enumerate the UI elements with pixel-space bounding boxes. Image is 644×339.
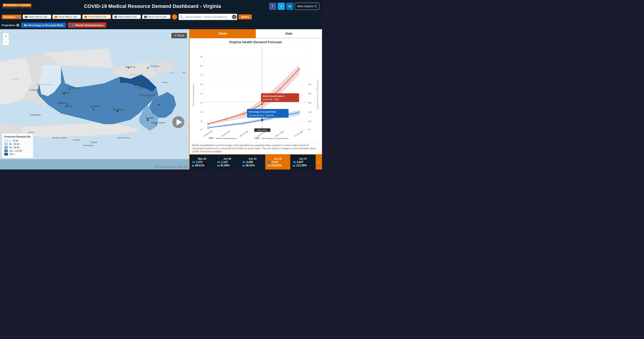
chart-svg: 1k 2k 3k 4k 5k 6k 7k 8k 9k 50 100 150 20… <box>192 45 319 142</box>
legend-color-3 <box>4 150 8 152</box>
legend-color-2 <box>4 146 8 149</box>
svg-point-6 <box>69 89 70 90</box>
zoom-out-button[interactable]: − <box>3 39 9 46</box>
beds-icon-4: 🛏 <box>293 164 295 167</box>
main-content: Columbus Charleston Harrisonburg Staunto… <box>0 29 322 170</box>
stats-next-button[interactable]: › <box>316 155 322 170</box>
reset-button[interactable]: ↺ Reset <box>171 33 187 38</box>
map-area: Columbus Charleston Harrisonburg Staunto… <box>0 29 189 170</box>
twitter-button[interactable]: t <box>278 3 285 10</box>
data-tab[interactable]: Data <box>256 29 322 38</box>
search-icon: 🔍 <box>179 15 184 18</box>
more-options-button[interactable]: More Options ☰ <box>295 3 319 10</box>
stat-rows-0: 👥 1,572 🛏 88.61% <box>192 160 212 167</box>
beds-icon-3: 🛏 <box>268 164 270 167</box>
header: 🏛 UNIVERSITY of VIRGINIA BIOCOMPLEXITY I… <box>0 0 322 12</box>
zoom-in-button[interactable]: + <box>3 33 9 39</box>
facebook-button[interactable]: f <box>269 3 276 10</box>
svg-text:4k: 4k <box>200 101 203 104</box>
beds-icon-0: 🛏 <box>192 164 194 167</box>
hosp-icon-1: 👥 <box>217 160 220 164</box>
chart-svg-wrapper: 1k 2k 3k 4k 5k 6k 7k 8k 9k 50 100 150 20… <box>192 45 319 142</box>
scenario-icon-1 <box>54 16 57 18</box>
svg-rect-84 <box>280 88 281 90</box>
beds-icon-1: 🛏 <box>217 164 220 167</box>
logo-subtitle: BIOCOMPLEXITY INSTITUTE <box>3 7 32 9</box>
svg-text:Weekly Hospitalizations:: Weekly Hospitalizations: <box>263 95 285 98</box>
stat-card-3[interactable]: Jun 20 👥 4,323 🛏 103.63% <box>265 155 290 170</box>
stat-date-2: Jun 13 <box>248 157 256 160</box>
svg-point-87 <box>208 127 209 129</box>
map-legend: Projected Demand (%) 1 - 79.99 80 - 89.9… <box>2 133 33 158</box>
svg-rect-80 <box>208 123 209 125</box>
uva-logo: 🏛 UNIVERSITY of VIRGINIA <box>3 4 31 7</box>
hosp-projection-button[interactable]: 👥 Weekly Hospitalizations <box>68 22 106 28</box>
chart-title: Virginia Health Demand Forecast <box>192 40 319 44</box>
svg-text:Dover: Dover <box>162 81 168 84</box>
chart-tab[interactable]: Chart <box>190 29 256 38</box>
hosp-icon-0: 👥 <box>192 160 195 164</box>
svg-text:3k: 3k <box>200 110 203 113</box>
svg-rect-81 <box>226 118 227 120</box>
esri-credit: Esri, HERE, NPS | Esri, HERE, NPS <box>155 166 188 168</box>
query-button[interactable]: Query <box>238 14 252 19</box>
svg-text:Rocky Mount: Rocky Mount <box>117 136 130 139</box>
svg-point-8 <box>134 85 136 86</box>
stat-card-2[interactable]: Jun 13 👥 3,095 🛏 96.52% <box>240 155 265 170</box>
svg-text:103.63% [84.73% - 138.69%]: 103.63% [84.73% - 138.69%] <box>249 114 274 117</box>
svg-text:OHIO: OHIO <box>12 78 18 80</box>
legend-color-1 <box>4 143 8 146</box>
svg-text:Blacksburg: Blacksburg <box>58 102 67 104</box>
hosp-icon-3: 👥 <box>268 160 271 164</box>
search-input[interactable] <box>184 15 232 19</box>
scenarios-label: Scenarios i <box>2 15 22 19</box>
scenarios-info-icon[interactable]: i <box>16 15 20 18</box>
svg-text:Baltimore: Baltimore <box>134 82 144 85</box>
svg-text:Harrisburg: Harrisburg <box>125 66 135 68</box>
search-box: 🔍 ✕ <box>178 14 237 20</box>
svg-text:MARYLAND: MARYLAND <box>130 74 143 76</box>
svg-text:07-04-2020: 07-04-2020 <box>294 130 304 138</box>
svg-text:Harrisonburg: Harrisonburg <box>67 86 80 89</box>
beds-projection-button[interactable]: 🛏 Percentage of Occupied Beds <box>21 22 66 28</box>
stat-card-0[interactable]: May 30 👥 1,572 🛏 88.61% <box>190 155 215 170</box>
scenario-tab-0[interactable]: Pause-May15-Ligh... <box>23 15 51 19</box>
scenario-icon-0 <box>25 16 28 18</box>
svg-text:Weekly Hospitalizations: Weekly Hospitalizations <box>216 137 237 140</box>
projections-toolbar: Projections i 🛏 Percentage of Occupied B… <box>0 21 322 29</box>
linkedin-button[interactable]: in <box>286 3 294 10</box>
svg-point-92 <box>298 112 300 114</box>
svg-text:8k: 8k <box>200 64 203 67</box>
svg-text:Charleston: Charleston <box>29 114 41 116</box>
stat-hosp-row-0: 👥 1,572 <box>192 160 212 164</box>
svg-text:Greensboro: Greensboro <box>83 144 94 146</box>
scenario-tab-2[interactable]: Pause-May15-Stro... <box>82 14 111 19</box>
panel-tabs: Chart Data <box>190 29 322 38</box>
chart-note: Weekly Hospitalizations and Percentage o… <box>190 143 322 154</box>
menu-icon: ☰ <box>314 5 317 8</box>
scenarios-next-button[interactable]: › <box>172 14 177 20</box>
stat-card-1[interactable]: Jun 06 👥 2,147 🛏 91.89% <box>215 155 240 170</box>
svg-text:Durham: Durham <box>73 139 80 141</box>
svg-text:300: 300 <box>308 83 312 86</box>
right-panel: Chart Data Virginia Health Demand Foreca… <box>189 29 322 170</box>
svg-text:Lynchburg: Lynchburg <box>90 105 100 107</box>
svg-text:Roanoke: Roanoke <box>64 105 73 107</box>
scenario-tab-4[interactable]: Pause-Jun10-Light... <box>142 15 170 19</box>
projections-info-icon[interactable]: i <box>16 24 19 27</box>
svg-point-89 <box>243 122 245 124</box>
legend-color-0 <box>4 139 8 142</box>
logo-top: 🏛 UNIVERSITY of VIRGINIA <box>3 4 31 7</box>
svg-text:9k: 9k <box>200 55 203 58</box>
svg-point-88 <box>225 124 227 126</box>
stat-card-4[interactable]: Jun 27 👥 5,837 🛏 112.39% <box>290 155 316 170</box>
scenario-tab-1[interactable]: Pause-May15-Ligh... <box>52 15 81 19</box>
stat-date-1: Jun 06 <box>223 157 231 160</box>
legend-item-1: 80 - 89.99 <box>4 143 31 146</box>
scenario-tab-3[interactable]: Pause-May15-Stro... <box>112 15 141 19</box>
legend-item-3: 100 - 119.99 <box>4 150 31 152</box>
svg-text:5k: 5k <box>200 92 203 95</box>
svg-text:Staunton: Staunton <box>62 92 70 94</box>
search-clear-button[interactable]: ✕ <box>232 15 236 19</box>
scenario-icon-3 <box>114 16 117 18</box>
